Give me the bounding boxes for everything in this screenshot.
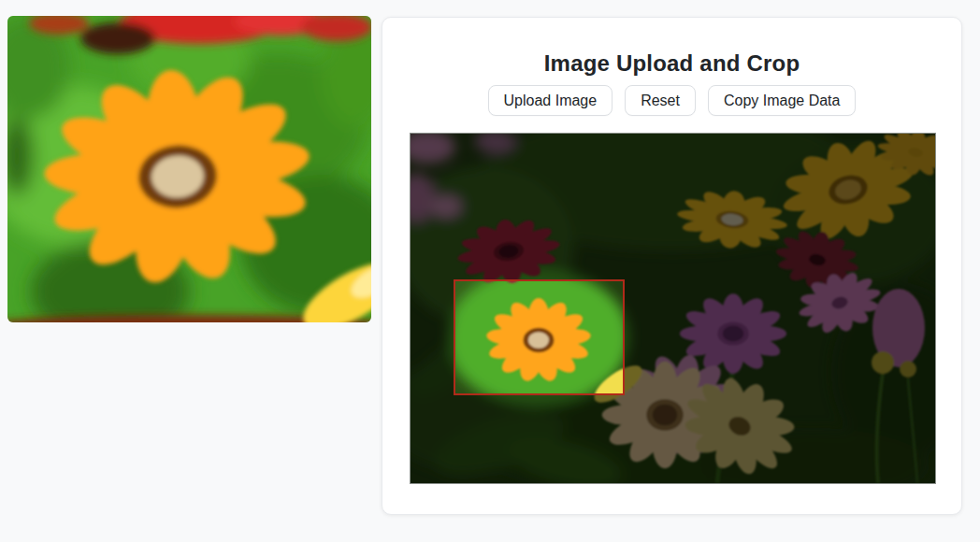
copy-image-data-button[interactable]: Copy Image Data [708,85,857,116]
cropped-preview-image [7,16,371,322]
page: { "panel": { "title": "Image Upload and … [0,0,980,542]
crop-canvas[interactable] [410,133,936,484]
upload-image-button[interactable]: Upload Image [488,85,613,116]
reset-button[interactable]: Reset [625,85,696,116]
toolbar: Upload Image Reset Copy Image Data [382,85,961,116]
page-title: Image Upload and Crop [382,50,961,77]
upload-crop-panel: Image Upload and Crop Upload Image Reset… [382,17,962,515]
crop-selection-box[interactable] [454,279,625,395]
